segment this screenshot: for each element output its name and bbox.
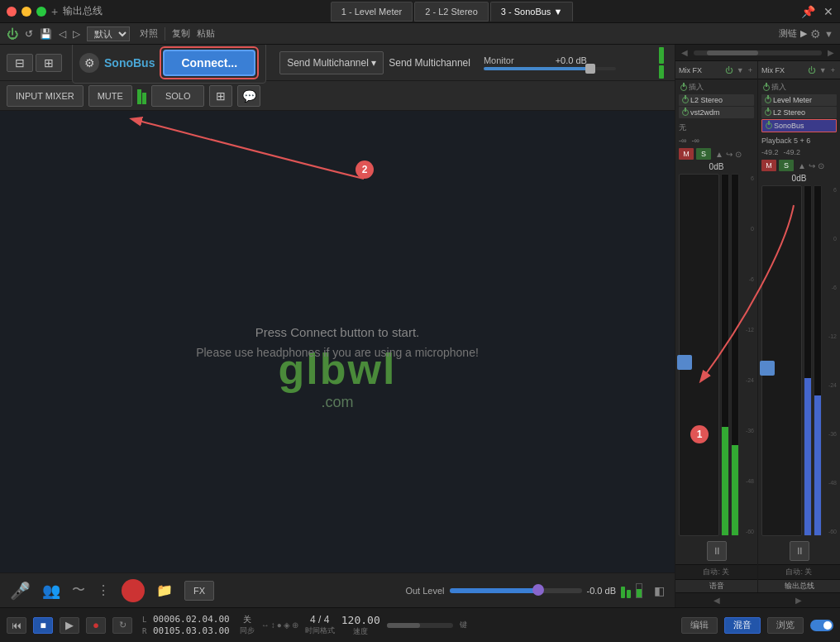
ch-add-btn-1[interactable]: + — [747, 66, 754, 74]
title-bar: + 输出总线 1 - Level Meter 2 - L2 Stereo 3 -… — [0, 0, 840, 23]
m-btn-2[interactable]: M — [761, 160, 776, 171]
window-close-icon[interactable]: ✕ — [823, 5, 833, 18]
ch-header-2: Mix FX ⏻ ▼ + — [758, 61, 840, 79]
ch-arrow-btn-1[interactable]: ▼ — [735, 66, 746, 74]
multi-view-btn[interactable]: ⊞ — [36, 54, 62, 72]
ch-arrow-btn-2[interactable]: ▼ — [818, 66, 828, 74]
scroll-track[interactable] — [694, 50, 822, 55]
out-level-slider[interactable] — [450, 588, 582, 593]
ch-meter-values-2: -49.2 -49.2 — [758, 146, 840, 158]
fx-power-vst — [682, 109, 689, 116]
transport-play-btn[interactable]: ▶ — [60, 617, 79, 634]
m-btn-1[interactable]: M — [679, 148, 694, 160]
plugin-header-row1: ⊟ ⊞ ⚙ SonoBus Connect... Send Multichann… — [0, 45, 675, 81]
transport-toggle[interactable] — [810, 620, 833, 631]
ch-fader-1[interactable] — [679, 174, 719, 536]
transport-icon4[interactable]: ◈ — [284, 620, 290, 630]
ch-power-btn-2[interactable]: ⏻ — [806, 66, 817, 74]
plugin-gear-icon[interactable]: ⚙ — [79, 53, 99, 73]
transport-prev-btn[interactable]: ⏮ — [7, 617, 26, 634]
channel-strip-output: Mix FX ⏻ ▼ + 插入 — [758, 61, 840, 592]
pin-icon[interactable]: 📌 — [801, 5, 815, 18]
transport-stop-btn[interactable]: ■ — [33, 617, 53, 634]
input-mixer-btn[interactable]: INPUT MIXER — [7, 85, 84, 107]
edit-mode-btn[interactable]: 编辑 — [681, 617, 718, 634]
folder-icon[interactable]: 📁 — [156, 582, 173, 598]
copy-label: 复制 — [172, 27, 190, 40]
fx-btn[interactable]: FX — [184, 581, 214, 601]
browse-mode-btn[interactable]: 浏览 — [767, 617, 804, 634]
tab-level-meter[interactable]: 1 - Level Meter — [331, 2, 413, 22]
save-icon[interactable]: 💾 — [40, 28, 52, 40]
tempo-label: 速度 — [353, 626, 368, 637]
ch-fx-item-l2stereo[interactable]: L2 Stereo — [679, 94, 754, 106]
ch-fx-section-1: 插入 L2 Stereo vst2wdm — [675, 79, 757, 121]
test-arrow[interactable]: ▶ — [800, 28, 807, 39]
rnav-left[interactable]: ◀ — [714, 596, 720, 605]
connect-button[interactable]: Connect... — [163, 50, 255, 76]
scroll-right-arrow[interactable]: ▶ — [825, 48, 837, 57]
send-dropdown[interactable]: Send Multichannel ▾ — [279, 51, 384, 74]
minimize-btn[interactable] — [21, 7, 31, 17]
ch-pause-btn-1[interactable]: ⏸ — [707, 541, 727, 561]
grid-view-btn[interactable]: ⊞ — [209, 85, 232, 107]
gear-icon[interactable]: ⚙ — [810, 27, 821, 41]
next-icon[interactable]: ▷ — [73, 28, 80, 40]
scrollbar-icon[interactable]: ◧ — [654, 584, 665, 597]
ch-power-btn-1[interactable]: ⏻ — [723, 66, 734, 74]
right-scroll-nav: ◀ ▶ — [675, 45, 840, 61]
refresh-icon[interactable]: ↺ — [25, 28, 33, 40]
ch-name-1: 语音 — [675, 579, 757, 592]
add-tab-icon[interactable]: + — [51, 5, 58, 18]
title-text: 输出总线 — [63, 4, 103, 18]
transport-icons: ↔ ↕ ● ◈ ⊕ — [261, 620, 298, 630]
mix-mode-btn[interactable]: 混音 — [724, 617, 761, 634]
tab-l2-stereo[interactable]: 2 - L2 Stereo — [414, 2, 489, 22]
tempo-slider[interactable] — [387, 623, 453, 628]
transport-icon3[interactable]: ● — [277, 620, 282, 630]
s-btn-1[interactable]: S — [696, 148, 711, 160]
close-btn[interactable] — [7, 7, 17, 17]
ch-fx-item-l2stereo-2[interactable]: L2 Stereo — [761, 107, 837, 118]
transport-loop-btn[interactable]: ↻ — [112, 617, 132, 634]
tab-sonobus[interactable]: 3 - SonoBus ▼ — [490, 2, 573, 22]
dropdown-arrow-icon[interactable]: ▼ — [824, 29, 833, 39]
scroll-left-arrow[interactable]: ◀ — [679, 48, 690, 57]
channel-level-meter — [137, 88, 146, 104]
ch1-icon2: ↪ — [726, 150, 733, 159]
ch-auto-1: 自动: 关 — [675, 564, 757, 579]
ch-fader-2[interactable] — [761, 185, 802, 536]
solo-btn[interactable]: SOLO — [151, 85, 205, 107]
preset-dropdown[interactable]: 默认 — [87, 26, 130, 41]
single-view-btn[interactable]: ⊟ — [7, 54, 33, 72]
transport-record-btn[interactable]: ● — [86, 617, 106, 634]
monitor-slider[interactable] — [484, 67, 616, 70]
rnav-right[interactable]: ▶ — [795, 596, 802, 605]
maximize-btn[interactable] — [36, 7, 46, 17]
chat-btn[interactable]: 💬 — [237, 85, 260, 107]
ch-title-2: Mix FX — [761, 66, 785, 74]
ch-fx-item-sonobus[interactable]: SonoBus — [761, 119, 837, 132]
waveform-icon[interactable]: 〜 — [72, 582, 85, 599]
ch-scale-2: 6 0 -6 -12 -24 -36 -48 -60 — [823, 185, 837, 536]
record-btn[interactable] — [122, 579, 145, 602]
transport-icon2[interactable]: ↕ — [271, 620, 275, 630]
ch-fx-item-vst2wdm[interactable]: vst2wdm — [679, 107, 754, 118]
out-level-meter — [621, 583, 631, 598]
ch-add-btn-2[interactable]: + — [829, 66, 837, 74]
power-icon[interactable]: ⏻ — [7, 27, 18, 41]
watermark-sub: .com — [279, 394, 397, 411]
mute-btn[interactable]: MUTE — [88, 85, 132, 107]
plugin-header-row2: INPUT MIXER MUTE SOLO ⊞ 💬 — [0, 81, 675, 111]
sync-section: 关 同步 — [240, 614, 255, 636]
mic-icon[interactable]: 🎤 — [10, 581, 31, 601]
s-btn-2[interactable]: S — [779, 160, 794, 171]
prev-icon[interactable]: ◁ — [59, 28, 66, 40]
users-icon[interactable]: 👥 — [42, 582, 60, 600]
tempo-section: 120.00 速度 — [341, 614, 380, 637]
ch-pause-btn-2[interactable]: ⏸ — [790, 541, 809, 561]
transport-icon1[interactable]: ↔ — [261, 620, 270, 630]
ch-fx-item-levelmeter[interactable]: Level Meter — [761, 94, 837, 106]
transport-icon5[interactable]: ⊕ — [292, 620, 298, 630]
more-icon[interactable]: ⋮ — [97, 582, 110, 598]
